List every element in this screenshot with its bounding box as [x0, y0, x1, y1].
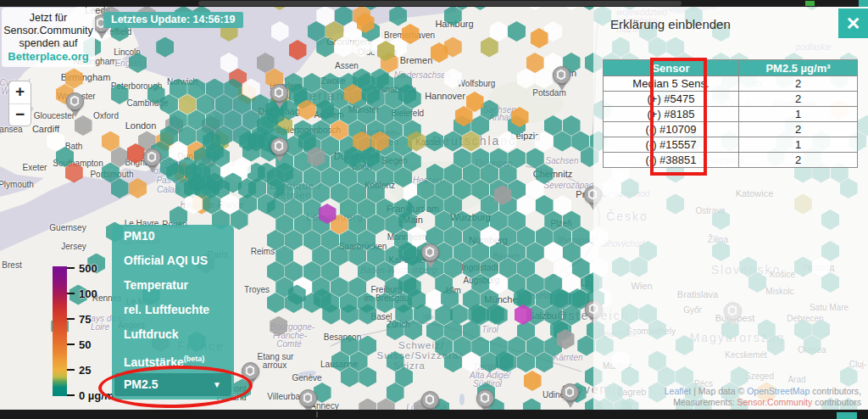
sensor-value-cell: 2: [739, 76, 858, 92]
map-label: Jersey: [61, 242, 86, 251]
layer-menu-item-temperatur[interactable]: Temperatur: [124, 277, 188, 293]
legend-tick: [67, 369, 75, 371]
legend-tick: [67, 293, 75, 294]
donation-box: Jetzt für Sensor.Community spenden auf B…: [2, 8, 95, 67]
zoom-out-button[interactable]: −: [9, 103, 31, 126]
legend-tick-label: 25: [79, 364, 91, 377]
sensor-value-cell: 1: [739, 107, 858, 122]
map-label: Hannover: [425, 91, 465, 101]
beta-suffix: (beta): [184, 355, 205, 363]
map-label: Tirol: [481, 325, 498, 334]
table-row: Median 5 Sens.2: [604, 76, 858, 92]
sensor-cluster-marker[interactable]: [143, 148, 162, 176]
legend-tick-label: 500: [79, 262, 97, 275]
layer-menu-item-lautstaerke[interactable]: Lautstärke(beta): [124, 350, 204, 367]
sensor-value-cell: 2: [739, 92, 858, 107]
layer-menu-item-official-aqi-us[interactable]: Official AQI US: [124, 252, 208, 269]
browser-chrome-top: [0, 0, 868, 7]
map-label: Reims: [251, 247, 275, 256]
legend-gradient: [53, 266, 67, 396]
map-label: Wolfsburg: [458, 79, 496, 88]
legend-tick: [67, 267, 75, 269]
air-quality-map-app: LeedsHullSheffieldLiverpoolLincolnNottin…: [0, 0, 868, 419]
leaflet-link[interactable]: Leaflet: [665, 386, 692, 396]
lake-como: [459, 394, 465, 405]
legend-tick: [67, 394, 75, 396]
sensor-value-cell: 2: [739, 153, 858, 168]
legend-tick: [67, 318, 75, 320]
map-label: Comté: [276, 339, 301, 349]
map-label: Brest: [2, 260, 21, 270]
layer-menu-item-luftdruck[interactable]: Luftdruck: [124, 326, 179, 343]
zoom-in-button[interactable]: +: [9, 81, 31, 103]
donation-line: spenden auf: [3, 37, 93, 50]
last-update-badge: Letztes Update: 14:56:19: [103, 12, 243, 28]
table-row: (+) #54752: [604, 92, 858, 107]
layer-menu-item-pm10[interactable]: PM10: [124, 227, 155, 244]
zoom-controls: + −: [8, 81, 31, 126]
legend-tick-label: 100: [79, 288, 97, 300]
table-row: (-) #155571: [604, 137, 858, 153]
close-icon[interactable]: ✕: [838, 8, 868, 38]
map-label: Genève: [292, 373, 321, 383]
map-label: Oxford: [93, 111, 119, 120]
value-column-header: PM2.5 µg/m³: [739, 60, 858, 76]
annotation-rectangle-sensor-column: [650, 58, 707, 176]
sensor-cluster-marker[interactable]: [270, 137, 289, 165]
donation-line: Sensor.Community: [3, 25, 93, 37]
map-label: Exeter: [23, 163, 47, 172]
layer-menu-item-rel-luftfeuchte[interactable]: rel. Luftfeuchte: [124, 301, 209, 318]
explanation-toggle[interactable]: Erklärung einblenden: [610, 17, 731, 31]
sensor-community-link[interactable]: Sensor.Community: [737, 397, 813, 407]
map-label: Assen: [335, 61, 359, 70]
map-label: Troyes: [244, 285, 270, 294]
betterplace-link[interactable]: Betterplace.org: [3, 50, 93, 63]
map-label: Sachsen: [546, 156, 579, 165]
legend-tick-label: 50: [79, 338, 91, 351]
browser-chrome-bottom: [0, 410, 868, 419]
map-label: arroux: [263, 360, 287, 370]
map-label: Plymouth: [0, 180, 34, 189]
map-attribution: Leaflet | Map data © OpenStreetMap contr…: [665, 386, 861, 408]
table-row: (+) #81851: [604, 107, 858, 122]
table-row: (-) #388512: [604, 153, 858, 168]
map-label: Bremen: [400, 55, 433, 65]
sensor-cluster-marker[interactable]: [561, 383, 580, 411]
sensor-cluster-marker[interactable]: [553, 66, 571, 93]
sensor-table: Sensor PM2.5 µg/m³ Median 5 Sens.2(+) #5…: [603, 59, 858, 168]
legend-tick-label: 75: [79, 313, 91, 326]
sensor-value-cell: 1: [739, 137, 858, 153]
legend-tick: [67, 344, 75, 345]
map-label: London: [125, 120, 157, 131]
sensor-cluster-marker[interactable]: [270, 84, 289, 111]
table-row: (-) #107092: [604, 122, 858, 137]
sensor-cluster-marker[interactable]: [421, 243, 440, 271]
sensor-value-cell: 2: [739, 122, 858, 137]
sensor-cluster-marker[interactable]: [66, 92, 85, 120]
osm-link[interactable]: OpenStreetMap: [747, 386, 810, 396]
map-label: Guernsey: [49, 223, 86, 232]
donation-line: Jetzt für: [3, 12, 93, 25]
